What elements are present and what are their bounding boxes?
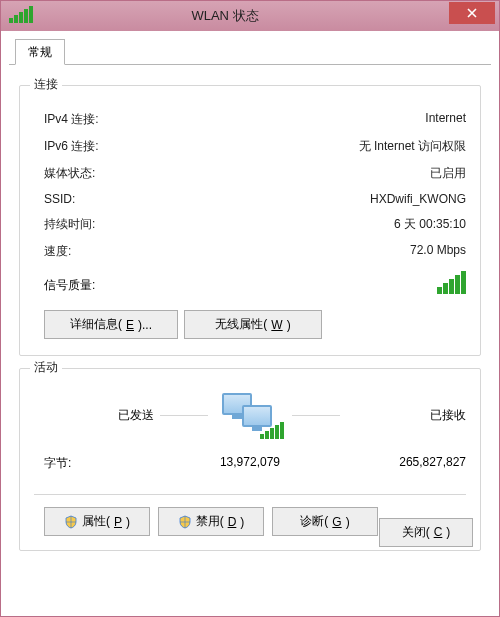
connection-group: 连接 IPv4 连接:Internet IPv6 连接:无 Internet 访…	[19, 85, 481, 356]
window-title: WLAN 状态	[1, 7, 449, 25]
activity-header: 活动	[30, 359, 62, 376]
speed-value: 72.0 Mbps	[410, 243, 466, 260]
media-label: 媒体状态:	[34, 165, 95, 182]
duration-label: 持续时间:	[34, 216, 95, 233]
dialog-footer: 关闭(C)	[371, 513, 481, 551]
diagnose-button[interactable]: 诊断(G)	[272, 507, 378, 536]
tab-general[interactable]: 常规	[15, 39, 65, 65]
wlan-status-window: WLAN 状态 常规 连接 IPv4 连接:Internet IPv6 连接:无…	[0, 0, 500, 617]
network-activity-icon	[220, 393, 280, 437]
shield-icon	[64, 515, 78, 529]
titlebar: WLAN 状态	[1, 1, 499, 31]
shield-icon	[178, 515, 192, 529]
close-dialog-button[interactable]: 关闭(C)	[379, 518, 473, 547]
ipv4-value: Internet	[425, 111, 466, 128]
ipv6-value: 无 Internet 访问权限	[359, 138, 466, 155]
ipv6-label: IPv6 连接:	[34, 138, 99, 155]
tab-row: 常规	[1, 31, 499, 65]
bytes-label: 字节:	[34, 455, 94, 472]
signal-strength-icon	[9, 6, 33, 27]
disable-button[interactable]: 禁用(D)	[158, 507, 264, 536]
signal-quality-icon	[437, 271, 466, 294]
connection-header: 连接	[30, 76, 62, 93]
properties-button[interactable]: 属性(P)	[44, 507, 150, 536]
signal-quality-label: 信号质量:	[34, 277, 95, 294]
bytes-sent-value: 13,972,079	[120, 455, 280, 472]
close-icon	[466, 7, 478, 19]
bytes-received-value: 265,827,827	[306, 455, 466, 472]
ipv4-label: IPv4 连接:	[34, 111, 99, 128]
media-value: 已启用	[430, 165, 466, 182]
speed-label: 速度:	[34, 243, 71, 260]
wireless-properties-button[interactable]: 无线属性(W)	[184, 310, 322, 339]
ssid-value: HXDwifi_KWONG	[370, 192, 466, 206]
close-button[interactable]	[449, 2, 495, 24]
received-label: 已接收	[346, 407, 466, 424]
ssid-label: SSID:	[34, 192, 75, 206]
duration-value: 6 天 00:35:10	[394, 216, 466, 233]
sent-label: 已发送	[34, 407, 154, 424]
details-button[interactable]: 详细信息(E)...	[44, 310, 178, 339]
